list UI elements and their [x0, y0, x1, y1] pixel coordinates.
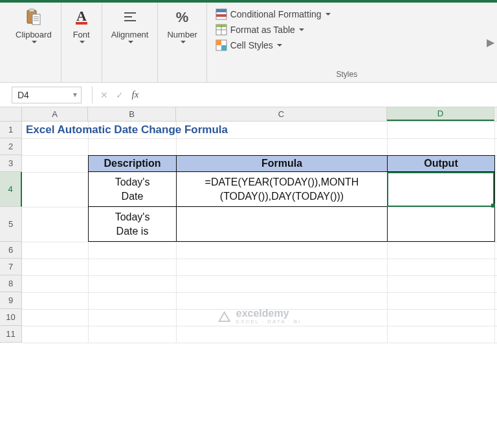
conditional-formatting-icon: [215, 8, 228, 21]
svg-marker-21: [219, 312, 230, 321]
row-head[interactable]: 5: [0, 207, 22, 242]
ribbon-group-clipboard: Clipboard: [6, 3, 61, 83]
table-header[interactable]: Formula: [177, 156, 388, 172]
formula-bar: D4 ▼ ✕ ✓ fx: [0, 83, 497, 107]
clipboard-button[interactable]: Clipboard: [16, 6, 52, 43]
chevron-down-icon: [128, 41, 133, 43]
chevron-down-icon: ▼: [72, 91, 78, 98]
row-head[interactable]: 6: [0, 242, 22, 259]
font-button[interactable]: A Font: [71, 6, 93, 43]
col-head-C[interactable]: C: [176, 107, 387, 121]
cell-formula[interactable]: =DATE(YEAR(TODAY()),MONTH(TODAY()),DAY(T…: [177, 172, 388, 207]
ribbon: Clipboard A Font: [0, 3, 484, 83]
chevron-down-icon: [299, 28, 304, 31]
font-label: Font: [73, 30, 90, 39]
svg-rect-2: [32, 14, 40, 25]
sheet-title: Excel Automatic Date Change Formula: [26, 123, 228, 136]
svg-rect-20: [221, 45, 226, 50]
exceldemy-logo-icon: [218, 310, 231, 323]
row-head[interactable]: 2: [0, 138, 22, 155]
row-head[interactable]: 7: [0, 259, 22, 275]
row-head[interactable]: 1: [0, 122, 22, 138]
chevron-down-icon: [181, 41, 186, 43]
row-head[interactable]: 3: [0, 155, 22, 172]
svg-rect-7: [76, 22, 87, 25]
chevron-down-icon: [277, 44, 282, 47]
name-box[interactable]: D4 ▼: [12, 87, 82, 103]
enter-formula-button[interactable]: ✓: [112, 87, 127, 103]
clipboard-label: Clipboard: [16, 30, 52, 39]
watermark: exceldemy EXCEL · DATA · BI: [218, 308, 302, 325]
table-row: Today'sDate =DATE(YEAR(TODAY()),MONTH(TO…: [89, 172, 495, 207]
ribbon-group-font: A Font: [61, 3, 102, 83]
insert-function-button[interactable]: fx: [127, 87, 143, 103]
col-head-D[interactable]: D: [387, 107, 494, 121]
svg-rect-13: [216, 14, 226, 17]
cell-styles-icon: [215, 39, 228, 52]
conditional-formatting-button[interactable]: Conditional Formatting: [215, 6, 331, 22]
svg-rect-12: [216, 9, 226, 12]
worksheet-grid[interactable]: A B C D 1 2 3 4 5 6 7 8 9 10 11: [0, 107, 497, 448]
svg-rect-1: [29, 9, 34, 12]
cancel-formula-button[interactable]: ✕: [96, 87, 112, 103]
font-icon: A: [71, 6, 93, 28]
cell-description[interactable]: Today'sDate is: [89, 207, 177, 242]
row-head[interactable]: 9: [0, 292, 22, 309]
styles-group-label: Styles: [337, 70, 358, 80]
chevron-down-icon: [32, 41, 37, 43]
cell-formula[interactable]: [177, 207, 388, 242]
row-head[interactable]: 10: [0, 309, 22, 326]
chevron-down-icon: [326, 13, 331, 16]
table-row: Today'sDate is: [89, 207, 495, 242]
cell-output[interactable]: [388, 207, 495, 242]
alignment-label: Alignment: [111, 30, 149, 39]
cell-description[interactable]: Today'sDate: [89, 172, 177, 207]
paste-icon: [23, 6, 45, 28]
row-head[interactable]: 11: [0, 326, 22, 343]
number-label: Number: [167, 30, 197, 39]
percent-icon: %: [171, 6, 193, 28]
chevron-down-icon: [80, 41, 85, 43]
ribbon-group-styles: Conditional Formatting Format as Table C…: [207, 3, 484, 83]
table-header[interactable]: Description: [89, 156, 177, 172]
row-head[interactable]: 8: [0, 275, 22, 292]
svg-text:A: A: [76, 8, 87, 24]
cell-styles-button[interactable]: Cell Styles: [215, 37, 331, 53]
alignment-icon: [119, 6, 141, 28]
col-head-A[interactable]: A: [22, 107, 88, 121]
format-as-table-icon: [215, 23, 228, 36]
select-all-corner[interactable]: [0, 107, 22, 121]
ribbon-collapse-button[interactable]: ▶: [484, 36, 497, 48]
cell-output[interactable]: [388, 172, 495, 207]
table-header[interactable]: Output: [388, 156, 495, 172]
alignment-button[interactable]: Alignment: [111, 6, 149, 43]
ribbon-group-number: % Number: [158, 3, 206, 83]
format-as-table-button[interactable]: Format as Table: [215, 22, 331, 37]
number-button[interactable]: % Number: [167, 6, 197, 43]
ribbon-group-alignment: Alignment: [102, 3, 159, 83]
formula-input[interactable]: [143, 87, 497, 103]
data-table: Description Formula Output Today'sDate =…: [88, 155, 495, 242]
svg-rect-19: [216, 40, 221, 45]
row-head[interactable]: 4: [0, 172, 22, 207]
col-head-B[interactable]: B: [88, 107, 176, 121]
